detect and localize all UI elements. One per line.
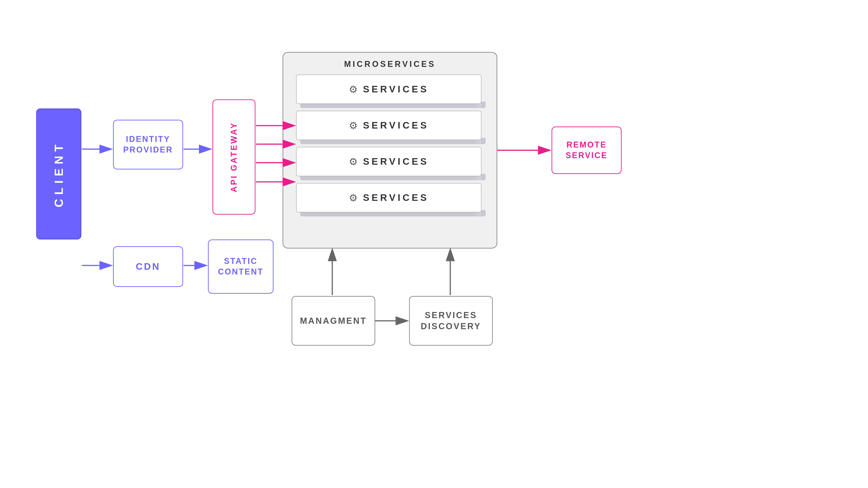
service-block-3: ⚙ SERVICES bbox=[296, 147, 482, 180]
service-front-2: ⚙ SERVICES bbox=[296, 111, 482, 140]
service-block-4: ⚙ SERVICES bbox=[296, 183, 482, 217]
cdn-label: CDN bbox=[136, 261, 160, 272]
microservices-title: MICROSERVICES bbox=[283, 53, 497, 69]
api-gateway-box: API GATEWAY bbox=[213, 99, 255, 215]
client-label: CLIENT bbox=[52, 140, 66, 207]
api-gateway-label: API GATEWAY bbox=[229, 122, 239, 192]
service-front-3: ⚙ SERVICES bbox=[296, 147, 482, 176]
remote-service-label: REMOTESERVICE bbox=[565, 140, 608, 161]
gear-icon-3: ⚙ bbox=[349, 156, 358, 167]
gear-icon-4: ⚙ bbox=[349, 192, 358, 203]
client-box: CLIENT bbox=[36, 108, 81, 239]
gear-icon-1: ⚙ bbox=[349, 84, 358, 95]
service-block-1: ⚙ SERVICES bbox=[296, 74, 482, 108]
static-content-box: STATICCONTENT bbox=[208, 239, 274, 294]
static-content-label: STATICCONTENT bbox=[218, 256, 264, 277]
service-block-2: ⚙ SERVICES bbox=[296, 111, 482, 144]
management-box: MANAGMENT bbox=[291, 296, 375, 346]
diagram-container: CLIENT IDENTITYPROVIDER CDN STATICCONTEN… bbox=[0, 0, 868, 488]
cdn-box: CDN bbox=[113, 246, 183, 287]
services-discovery-box: SERVICESDISCOVERY bbox=[409, 296, 493, 346]
gear-icon-2: ⚙ bbox=[349, 120, 358, 131]
service-front-1: ⚙ SERVICES bbox=[296, 74, 482, 104]
service-label-4: SERVICES bbox=[363, 192, 429, 203]
identity-provider-box: IDENTITYPROVIDER bbox=[113, 120, 183, 169]
service-front-4: ⚙ SERVICES bbox=[296, 183, 482, 213]
services-stack: ⚙ SERVICES ⚙ SERVICES ⚙ SERVICES ⚙ bbox=[296, 74, 482, 217]
management-label: MANAGMENT bbox=[300, 316, 367, 326]
identity-provider-label: IDENTITYPROVIDER bbox=[123, 134, 173, 155]
service-label-3: SERVICES bbox=[363, 156, 429, 167]
service-label-2: SERVICES bbox=[363, 120, 429, 131]
services-discovery-label: SERVICESDISCOVERY bbox=[421, 310, 481, 332]
service-label-1: SERVICES bbox=[363, 84, 429, 95]
remote-service-box: REMOTESERVICE bbox=[552, 127, 622, 174]
